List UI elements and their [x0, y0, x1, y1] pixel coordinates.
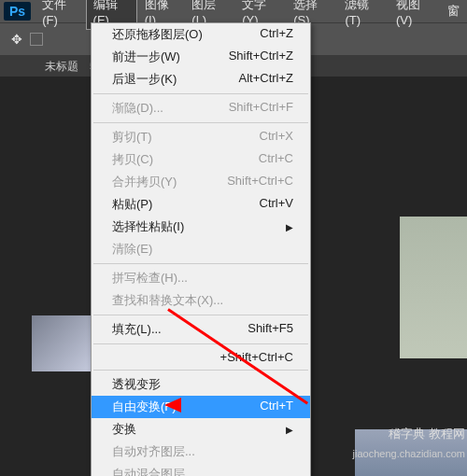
menu-paste-special[interactable]: 选择性粘贴(I)▶ — [92, 216, 310, 238]
label: 粘贴(P) — [112, 196, 152, 213]
shortcut: Shift+Ctrl+Z — [229, 49, 293, 65]
edit-menu-dropdown: 还原拖移图层(O)Ctrl+Z 前进一步(W)Shift+Ctrl+Z 后退一步… — [91, 22, 311, 476]
menu-undo-label: 还原拖移图层(O) — [112, 26, 203, 43]
label: 变换 — [112, 421, 136, 438]
doc-tab-1[interactable]: 未标题 — [35, 56, 88, 77]
label: 自动混合图层... — [112, 466, 195, 476]
menu-filter[interactable]: 滤镜(T) — [337, 0, 388, 30]
label: 查找和替换文本(X)... — [112, 292, 223, 309]
menu-fade: 渐隐(D)...Shift+Ctrl+F — [92, 97, 310, 119]
label: 后退一步(K) — [112, 71, 177, 88]
shortcut: Shift+Ctrl+C — [227, 174, 293, 190]
shortcut: Ctrl+X — [260, 129, 293, 146]
menu-paste[interactable]: 粘贴(P)Ctrl+V — [92, 193, 310, 216]
menu-view[interactable]: 视图(V) — [389, 0, 440, 30]
menu-copy-merged: 合并拷贝(Y)Shift+Ctrl+C — [92, 171, 310, 193]
menu-find-replace: 查找和替换文本(X)... — [92, 289, 310, 312]
shortcut: Ctrl+V — [260, 196, 293, 213]
shortcut: Ctrl+T — [260, 399, 293, 415]
app-logo: Ps — [4, 2, 31, 21]
shortcut: Alt+Ctrl+Z — [238, 71, 293, 88]
menu-undo-shortcut: Ctrl+Z — [260, 26, 293, 43]
menu-transform[interactable]: 变换▶ — [92, 418, 310, 441]
menubar: Ps 文件(F) 编辑(E) 图像(I) 图层(L) 文字(Y) 选择(S) 滤… — [0, 0, 467, 22]
separator — [93, 263, 308, 264]
menu-undo[interactable]: 还原拖移图层(O)Ctrl+Z — [92, 23, 310, 46]
watermark-text-2: jiaocheng.chazidian.com — [353, 448, 465, 459]
label: 透视变形 — [112, 376, 161, 393]
auto-select-checkbox[interactable] — [30, 33, 43, 46]
menu-step-backward[interactable]: 后退一步(K)Alt+Ctrl+Z — [92, 68, 310, 91]
move-tool-icon: ✥ — [11, 32, 22, 47]
image-preview — [400, 217, 467, 358]
menu-auto-blend: 自动混合图层... — [92, 463, 310, 476]
shortcut: Shift+F5 — [248, 321, 293, 338]
menu-check-spelling: 拼写检查(H)... — [92, 267, 310, 289]
menu-step-forward[interactable]: 前进一步(W)Shift+Ctrl+Z — [92, 46, 310, 68]
label: 剪切(T) — [112, 129, 152, 146]
menu-copy: 拷贝(C)Ctrl+C — [92, 148, 310, 171]
separator — [93, 93, 308, 94]
label: 合并拷贝(Y) — [112, 174, 177, 190]
label: 选择性粘贴(I) — [112, 218, 184, 235]
submenu-arrow-icon: ▶ — [286, 425, 293, 435]
separator — [93, 122, 308, 123]
label: 前进一步(W) — [112, 49, 180, 65]
watermark-text-1: 稽字典 教程网 — [389, 426, 465, 442]
menu-clear: 清除(E) — [92, 238, 310, 260]
menu-file[interactable]: 文件(F) — [35, 0, 85, 30]
label: 拼写检查(H)... — [112, 270, 188, 287]
menu-window[interactable]: 窗 — [440, 0, 467, 22]
label: 清除(E) — [112, 241, 152, 258]
menu-content-aware-scale[interactable]: +Shift+Ctrl+C — [92, 347, 310, 367]
separator — [93, 315, 308, 315]
separator — [93, 343, 308, 344]
shortcut: Ctrl+C — [259, 151, 293, 168]
annotation-arrow-head — [164, 398, 181, 413]
label: 拷贝(C) — [112, 151, 153, 168]
menu-auto-align: 自动对齐图层... — [92, 441, 310, 463]
separator — [93, 370, 308, 371]
shortcut: Shift+Ctrl+F — [229, 100, 293, 117]
menu-cut: 剪切(T)Ctrl+X — [92, 126, 310, 148]
label: 渐隐(D)... — [112, 100, 163, 117]
label: 填充(L)... — [112, 321, 162, 338]
menu-free-transform[interactable]: 自由变换(F)Ctrl+T — [92, 396, 310, 418]
submenu-arrow-icon: ▶ — [286, 222, 293, 232]
label: 自动对齐图层... — [112, 443, 195, 460]
